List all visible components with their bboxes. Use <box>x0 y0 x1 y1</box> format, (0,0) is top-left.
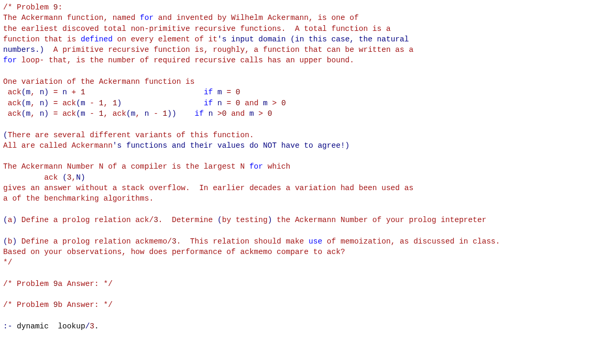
code-line <box>3 204 589 215</box>
code-line: :- dynamic lookup/3. <box>3 321 589 332</box>
code-line: for loop- that, is the number of require… <box>3 55 589 65</box>
code-token: if <box>204 88 213 96</box>
code-line: numbers.) A primitive recursive function… <box>3 45 589 55</box>
code-token: ) <box>117 99 122 107</box>
code-token: m <box>217 88 222 96</box>
code-line <box>3 119 589 129</box>
code-token: by testing <box>222 216 268 224</box>
code-token: . <box>94 322 99 330</box>
code-token: = <box>49 88 62 96</box>
code-token: for <box>249 162 263 171</box>
code-line: gives an answer without a stack overflow… <box>3 183 589 193</box>
code-token <box>213 99 217 107</box>
code-line: a of the benchmarking algorithms. <box>3 193 589 204</box>
code-token: , <box>30 109 39 118</box>
code-token: 0 <box>236 99 240 107</box>
code-token: ( <box>76 109 81 118</box>
code-line <box>3 268 589 278</box>
code-token: 3 <box>90 322 94 330</box>
code-token: gives an answer without a stack overflow… <box>3 184 413 192</box>
code-token: the earliest discoved total non-primitiv… <box>3 25 391 33</box>
code-line <box>3 311 589 321</box>
code-token: All are called Ackermann <box>3 141 113 150</box>
code-token: ( <box>21 109 26 118</box>
code-token: loop- that, is the number of required re… <box>17 56 354 64</box>
code-line: */ <box>3 257 589 268</box>
code-token: 3 <box>67 173 72 182</box>
code-line: ack(m, n) = ack(m - 1, 1) if n = 0 and m… <box>3 98 589 108</box>
code-line: The Ackermann function, named for and in… <box>3 13 589 23</box>
code-token: Based on your observations, how does per… <box>3 248 345 256</box>
code-token: /* Problem <box>3 301 53 309</box>
code-token: m <box>81 99 85 107</box>
code-line: function that is defined on every elemen… <box>3 34 589 45</box>
code-token: for <box>140 14 154 22</box>
code-token: a of the benchmarking algorithms. <box>3 194 154 203</box>
code-token: The Ackermann Number N of a compiler is … <box>3 162 249 171</box>
code-token: ( <box>21 88 26 96</box>
code-line: Based on your observations, how does per… <box>3 247 589 257</box>
code-token: n <box>217 99 222 107</box>
code-token: 1 <box>163 109 168 118</box>
code-token: 1 <box>81 88 85 96</box>
code-line <box>3 66 589 76</box>
code-line: ack(m, n) = n + 1 if m = 0 <box>3 87 589 97</box>
code-token: ( <box>76 99 81 107</box>
code-token: ( <box>3 237 8 246</box>
code-token: if <box>195 109 204 118</box>
code-token <box>85 88 204 96</box>
code-token: One variation of the Ackermann function … <box>3 78 194 86</box>
code-token: ack <box>3 109 21 118</box>
code-line: the earliest discoved total non-primitiv… <box>3 24 589 34</box>
code-token: if <box>204 99 213 107</box>
code-token <box>213 88 217 96</box>
code-line: ack (3,N) <box>3 172 589 183</box>
code-token: . Determine <box>158 216 217 224</box>
code-token: - <box>85 99 99 107</box>
code-token: ( <box>62 173 67 182</box>
code-token: 3 <box>154 216 158 224</box>
code-line: ack(m, n) = ack(m - 1, ack(m, n - 1)) if… <box>3 108 589 119</box>
code-token: 3 <box>172 237 177 246</box>
code-token: ack <box>3 173 62 182</box>
code-token: 0 <box>268 109 272 118</box>
code-token: - <box>149 109 163 118</box>
code-token: There are several different variants of … <box>8 131 254 139</box>
code-token: m <box>26 109 31 118</box>
code-token: ) <box>12 216 17 224</box>
code-token: > <box>268 99 281 107</box>
code-token: . This relation should make <box>177 237 309 246</box>
code-line: /* Problem 9b Answer: */ <box>3 300 589 310</box>
code-line: The Ackermann Number N of a compiler is … <box>3 161 589 172</box>
code-line: (There are several different variants of… <box>3 130 589 140</box>
code-token: = ack <box>49 109 76 118</box>
code-token: of memoization, as discussed in class. <box>322 237 500 246</box>
code-line: (a) Define a prolog relation ack/3. Dete… <box>3 215 589 225</box>
code-token: , <box>103 99 112 107</box>
code-token: : <box>58 3 62 12</box>
code-token: ack <box>3 99 21 107</box>
code-token: + <box>67 88 81 96</box>
code-token: for <box>3 56 17 64</box>
code-token: 0 <box>281 99 286 107</box>
code-token: , ack <box>103 109 126 118</box>
code-token: the Ackermann Number of your prolog inte… <box>272 216 486 224</box>
code-token: and <box>226 109 249 118</box>
code-token: dynamic lookup <box>12 322 85 330</box>
code-token: /* Problem <box>3 280 53 288</box>
code-token: n <box>62 88 67 96</box>
code-line <box>3 289 589 300</box>
code-token <box>204 109 209 118</box>
code-token: , <box>30 88 39 96</box>
code-token: 's input domain (in this case, the natur… <box>217 35 409 43</box>
code-token: defined <box>81 35 113 43</box>
code-block: /* Problem 9:The Ackermann function, nam… <box>3 2 589 332</box>
code-token: numbers.) <box>3 46 44 54</box>
code-token: which <box>263 162 290 171</box>
code-token: 's functions and their values do NOT hav… <box>113 141 349 150</box>
code-token: Define a prolog relation ack/ <box>17 216 154 224</box>
code-token: 1 <box>113 99 117 107</box>
code-token: , <box>72 173 76 182</box>
code-token: m <box>263 99 268 107</box>
code-token: :- <box>3 322 12 330</box>
